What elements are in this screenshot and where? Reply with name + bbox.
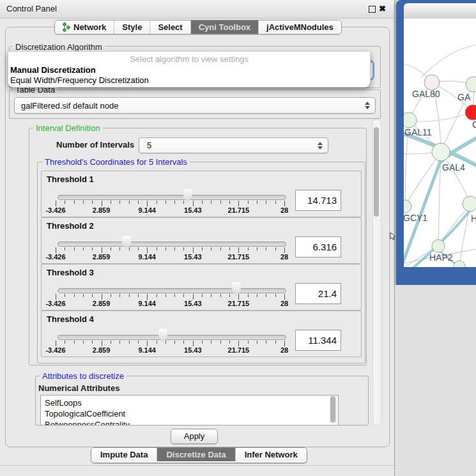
slider-tick [193, 294, 194, 300]
slider-tick [111, 341, 111, 344]
slider-tick [157, 294, 157, 297]
bottom-tab-infer-network[interactable]: Infer Network [235, 448, 307, 461]
dropdown-option[interactable]: Equal Width/Frequency Discretization [10, 75, 149, 85]
network-node-gcy1[interactable] [404, 200, 411, 213]
slider-tick [266, 294, 266, 297]
threshold-slider-thumb[interactable] [158, 329, 167, 342]
network-canvas[interactable]: GAL80GACGAL11GAL4GCY1HHAP2 [404, 19, 476, 267]
threshold-value-field[interactable]: 14.713 [295, 190, 341, 211]
slider-scale-label: 15.43 [179, 253, 207, 261]
threshold-label: Threshold 3 [47, 268, 94, 277]
attribute-list-item[interactable]: TopologicalCoefficient [41, 408, 338, 419]
apply-button[interactable]: Apply [171, 429, 218, 444]
slider-tick [157, 201, 157, 204]
slider-tick [275, 247, 276, 250]
network-node-gal4[interactable] [432, 143, 450, 161]
network-node-gal80[interactable] [424, 75, 440, 90]
attribute-list-item[interactable]: BetweennessCentrality [41, 419, 338, 426]
slider-tick [83, 247, 84, 250]
slider-tick [83, 341, 84, 344]
slider-scale-label: 21.715 [224, 253, 252, 261]
threshold-slider-track[interactable] [58, 242, 286, 247]
slider-tick [275, 294, 276, 297]
slider-tick [165, 341, 166, 344]
node-label: H [471, 213, 476, 224]
table-data-combobox[interactable]: galFiltered.sif default node [14, 97, 376, 114]
network-node-h[interactable] [463, 196, 476, 211]
slider-tick [248, 247, 249, 250]
slider-tick [138, 341, 139, 344]
slider-tick [102, 341, 102, 346]
numerical-attributes-list[interactable]: SelfLoopsTopologicalCoefficientBetweenne… [40, 395, 339, 426]
slider-tick [165, 201, 166, 204]
slider-tick [111, 247, 111, 250]
slider-scale-label: 28 [270, 300, 298, 307]
float-window-icon[interactable] [369, 6, 376, 13]
slider-scale-label: -3.426 [42, 346, 70, 354]
numerical-attributes-label: Numerical Attributes [38, 383, 119, 393]
attribute-list-item[interactable]: SelfLoops [41, 397, 338, 408]
dropdown-option[interactable]: Manual Discretization [10, 65, 96, 75]
close-icon[interactable]: ✖ [379, 4, 386, 13]
slider-tick [65, 294, 65, 297]
discretization-algorithm-title: Discretization Algorithm [13, 42, 105, 52]
slider-scale-label: 15.43 [179, 300, 207, 307]
slider-tick [65, 341, 65, 344]
slider-tick [238, 341, 239, 346]
slider-tick [56, 294, 56, 300]
slider-tick [102, 247, 102, 253]
slider-tick [56, 341, 56, 346]
slider-tick [202, 247, 203, 250]
tab-cyni-toolbox[interactable]: Cyni Toolbox [190, 20, 258, 34]
threshold-value-field[interactable]: 6.316 [295, 236, 341, 257]
network-window-titlebar [404, 3, 476, 19]
slider-scale-label: 2.859 [88, 206, 116, 214]
threshold-label: Threshold 2 [47, 221, 94, 231]
settings-scrollbar-thumb[interactable] [374, 127, 379, 217]
network-node-ga[interactable] [466, 77, 476, 92]
slider-tick [174, 341, 175, 344]
slider-tick [211, 201, 211, 204]
tab-select[interactable]: Select [150, 20, 190, 34]
threshold-slider-thumb[interactable] [122, 236, 131, 249]
slider-scale-label: 28 [270, 253, 298, 261]
threshold-panel-3: Threshold 3-3.4262.8599.14415.4321.71528… [41, 264, 362, 311]
slider-tick [257, 247, 257, 250]
slider-tick [74, 247, 75, 250]
slider-scale-label: 21.715 [224, 346, 252, 354]
network-node-hap2[interactable] [432, 240, 445, 252]
threshold-value-field[interactable]: 11.344 [295, 330, 341, 351]
slider-tick [275, 341, 276, 344]
bottom-tab-discretize-data[interactable]: Discretize Data [157, 448, 234, 461]
tab-network[interactable]: Network [55, 20, 114, 34]
slider-tick [229, 201, 230, 204]
slider-tick [83, 294, 84, 297]
tab-jactivemnodules[interactable]: jActiveMNodules [258, 20, 341, 34]
slider-tick [119, 201, 120, 204]
threshold-slider-track[interactable] [58, 335, 286, 340]
table-data-value: galFiltered.sif default node [21, 98, 118, 113]
tab-style[interactable]: Style [114, 20, 150, 34]
slider-tick [65, 201, 65, 204]
slider-scale-label: 9.144 [133, 206, 161, 214]
network-node-gal11[interactable] [404, 112, 417, 128]
settings-scrollbar[interactable] [372, 119, 381, 426]
attributes-list-scrollbar[interactable] [330, 395, 337, 424]
slider-tick [183, 201, 184, 204]
threshold-slider-track[interactable] [58, 288, 286, 293]
slider-tick [174, 201, 175, 204]
threshold-slider-track[interactable] [58, 195, 286, 200]
screenshot-stage: Control Panel ✖ NetworkStyleSelectCyni T… [0, 0, 476, 476]
number-of-intervals-combobox[interactable]: 5 [139, 137, 328, 153]
network-node-c[interactable] [465, 105, 476, 120]
slider-tick [102, 201, 102, 206]
threshold-slider-thumb[interactable] [232, 282, 241, 296]
threshold-slider-thumb[interactable] [183, 189, 192, 203]
bottom-tab-impute-data[interactable]: Impute Data [91, 448, 157, 461]
slider-tick [257, 294, 257, 297]
slider-tick [147, 294, 148, 300]
attributes-scrollbar-thumb[interactable] [330, 396, 335, 422]
slider-tick [238, 201, 239, 206]
network-node[interactable] [454, 261, 465, 267]
threshold-value-field[interactable]: 21.4 [295, 283, 341, 304]
